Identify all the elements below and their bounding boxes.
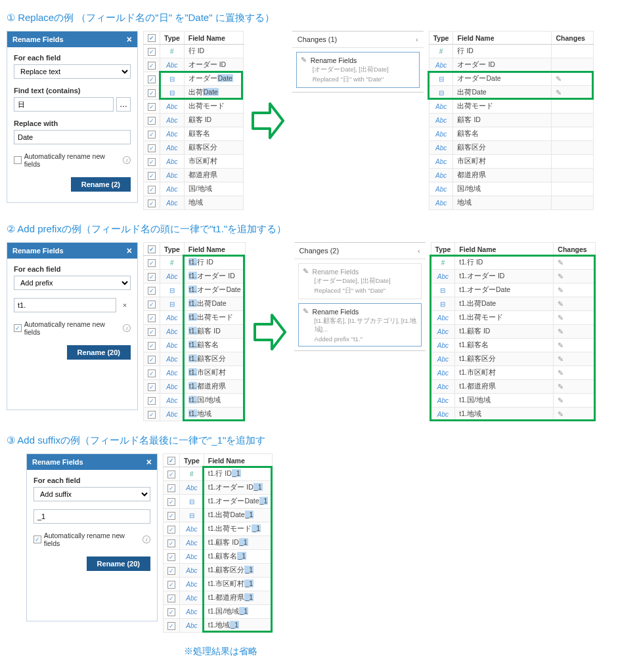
field-name-cell: t1.顧客 ID <box>184 325 245 339</box>
table-row: Abc t1.市区町村_1 <box>164 578 273 591</box>
auto-rename-checkbox[interactable] <box>14 324 22 332</box>
row-checkbox[interactable] <box>167 471 175 478</box>
row-checkbox[interactable] <box>167 484 175 492</box>
table-row: Abc t1.地域_1 <box>164 619 273 633</box>
table-row: Abc t1.市区町村 ✎ <box>431 366 596 380</box>
info-icon[interactable]: i <box>143 536 150 543</box>
row-checkbox[interactable] <box>167 457 175 465</box>
row-checkbox[interactable] <box>148 397 156 405</box>
find-text-input[interactable] <box>14 97 114 112</box>
field-name-cell: オーダー ID <box>184 58 243 72</box>
row-checkbox[interactable] <box>167 567 175 575</box>
replace-with-input[interactable] <box>14 130 131 144</box>
clear-icon[interactable]: × <box>119 301 131 309</box>
close-icon[interactable]: × <box>146 457 152 467</box>
row-checkbox[interactable] <box>167 539 175 547</box>
row-checkbox[interactable] <box>148 245 156 253</box>
row-checkbox[interactable] <box>148 200 156 207</box>
row-checkbox[interactable] <box>148 172 156 180</box>
row-checkbox[interactable] <box>167 595 175 602</box>
row-checkbox[interactable] <box>167 581 175 589</box>
row-checkbox[interactable] <box>148 287 156 295</box>
edit-icon[interactable]: ✎ <box>558 286 563 294</box>
edit-icon[interactable]: ✎ <box>558 300 563 308</box>
row-checkbox[interactable] <box>148 144 156 152</box>
edit-icon[interactable]: ✎ <box>556 89 562 96</box>
row-checkbox[interactable] <box>167 526 175 534</box>
for-each-select[interactable]: Replace text <box>14 64 131 79</box>
edit-icon[interactable]: ✎ <box>558 369 563 377</box>
edit-icon[interactable]: ✎ <box>558 327 563 335</box>
find-more-button[interactable]: … <box>116 97 131 112</box>
row-checkbox[interactable] <box>148 34 156 42</box>
type-dt-icon: ⊟ <box>169 301 175 308</box>
rename-fields-panel-2: Rename Fields × For each field Add prefi… <box>7 242 138 410</box>
row-checkbox[interactable] <box>148 314 156 322</box>
auto-rename-checkbox[interactable] <box>33 536 41 543</box>
table-row: Abc 出荷モード <box>429 100 594 114</box>
row-checkbox[interactable] <box>148 369 156 377</box>
row-checkbox[interactable] <box>148 301 156 308</box>
edit-icon[interactable]: ✎ <box>558 410 563 418</box>
edit-icon[interactable]: ✎ <box>558 355 563 363</box>
row-checkbox[interactable] <box>148 342 156 350</box>
edit-icon[interactable]: ✎ <box>558 259 563 266</box>
type-abc-icon: Abc <box>166 397 177 404</box>
close-icon[interactable]: × <box>127 246 132 255</box>
row-checkbox[interactable] <box>148 131 156 138</box>
chevron-left-icon[interactable]: ‹ <box>418 247 420 255</box>
section-3-footnote: ※処理結果は省略 <box>184 646 611 658</box>
result-table-2: TypeField NameChanges # t1.行 ID ✎ Abc t1… <box>431 242 596 421</box>
prefix-input[interactable] <box>14 298 116 312</box>
rename-button[interactable]: Rename (20) <box>67 345 131 360</box>
row-checkbox[interactable] <box>148 158 156 166</box>
row-checkbox[interactable] <box>148 103 156 111</box>
field-name-cell: 国/地域 <box>184 182 243 196</box>
change-item[interactable]: ✎Rename Fields [t1.顧客名], [t1.サブカテゴリ], [t… <box>298 303 422 346</box>
type-abc-icon: Abc <box>437 356 449 363</box>
change-title: Rename Fields <box>313 308 359 316</box>
info-icon[interactable]: i <box>123 156 131 164</box>
type-abc-icon: Abc <box>437 342 449 349</box>
row-checkbox[interactable] <box>148 411 156 419</box>
edit-icon[interactable]: ✎ <box>558 341 563 349</box>
table-row: Abc t1.地域 <box>144 408 246 421</box>
row-checkbox[interactable] <box>148 383 156 391</box>
row-checkbox[interactable] <box>167 498 175 506</box>
edit-icon[interactable]: ✎ <box>558 396 563 404</box>
edit-icon[interactable]: ✎ <box>558 314 563 322</box>
row-checkbox[interactable] <box>167 512 175 520</box>
edit-icon[interactable]: ✎ <box>558 383 563 390</box>
row-checkbox[interactable] <box>148 259 156 267</box>
for-each-select[interactable]: Add prefix <box>14 276 131 290</box>
field-table-3-wrap: TypeField Name # t1.行 ID_1 Abc t1.オーダー I… <box>163 453 273 633</box>
edit-icon[interactable]: ✎ <box>558 272 563 280</box>
row-checkbox[interactable] <box>148 89 156 97</box>
change-item[interactable]: ✎Rename Fields [オーダーDate], [出荷Date] Repl… <box>298 263 422 299</box>
row-checkbox[interactable] <box>148 356 156 364</box>
row-checkbox[interactable] <box>148 48 156 56</box>
row-checkbox[interactable] <box>148 62 156 70</box>
row-checkbox[interactable] <box>167 608 175 616</box>
row-checkbox[interactable] <box>167 622 175 630</box>
table-row: Abc 出荷モード <box>144 100 244 114</box>
rename-button[interactable]: Rename (20) <box>87 556 150 571</box>
type-abc-icon: Abc <box>435 131 447 138</box>
for-each-select[interactable]: Add suffix <box>33 487 150 501</box>
row-checkbox[interactable] <box>148 328 156 336</box>
edit-icon: ✎ <box>303 267 309 276</box>
close-icon[interactable]: × <box>127 35 132 44</box>
row-checkbox[interactable] <box>148 75 156 83</box>
edit-icon[interactable]: ✎ <box>556 75 562 83</box>
rename-button[interactable]: Rename (2) <box>71 177 131 192</box>
row-checkbox[interactable] <box>167 553 175 561</box>
chevron-left-icon[interactable]: ‹ <box>416 35 418 43</box>
change-item[interactable]: ✎Rename Fields [オーダーDate], [出荷Date] Repl… <box>296 52 420 88</box>
table-row: ⊟ t1.オーダーDate <box>144 284 246 297</box>
suffix-input[interactable] <box>33 509 150 524</box>
row-checkbox[interactable] <box>148 186 156 194</box>
info-icon[interactable]: i <box>123 324 131 332</box>
auto-rename-checkbox[interactable] <box>14 156 22 164</box>
row-checkbox[interactable] <box>148 117 156 125</box>
row-checkbox[interactable] <box>148 273 156 281</box>
